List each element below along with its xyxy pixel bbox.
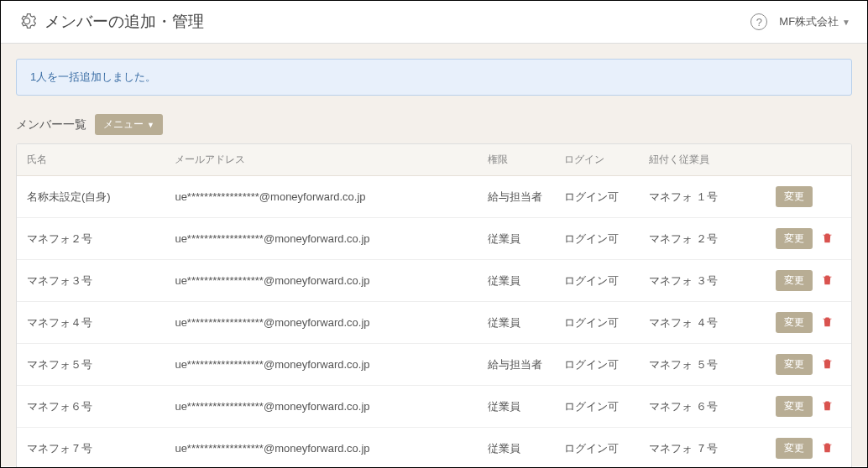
header-left: メンバーの追加・管理 xyxy=(18,11,204,33)
edit-button[interactable]: 変更 xyxy=(776,270,813,291)
col-header-role: 権限 xyxy=(478,144,554,176)
org-selector[interactable]: MF株式会社 ▼ xyxy=(779,14,850,29)
cell-login: ログイン可 xyxy=(554,260,639,302)
col-header-employee: 紐付く従業員 xyxy=(639,144,766,176)
cell-email: ue******************@moneyforward.co.jp xyxy=(165,218,478,260)
edit-button[interactable]: 変更 xyxy=(776,228,813,249)
cell-actions: 変更 xyxy=(766,428,851,469)
header-right: ? MF株式会社 ▼ xyxy=(750,13,850,30)
col-header-email: メールアドレス xyxy=(165,144,478,176)
members-table: 氏名 メールアドレス 権限 ログイン 紐付く従業員 名称未設定(自身)ue***… xyxy=(17,144,851,468)
cell-name: マネフォ２号 xyxy=(17,218,165,260)
trash-icon xyxy=(821,360,834,372)
col-header-name: 氏名 xyxy=(17,144,165,176)
section-header: メンバー一覧 メニュー ▼ xyxy=(16,114,852,135)
cell-actions: 変更 xyxy=(766,260,851,302)
cell-role: 給与担当者 xyxy=(478,344,554,386)
edit-button[interactable]: 変更 xyxy=(776,354,813,375)
menu-button[interactable]: メニュー ▼ xyxy=(95,114,163,135)
table-row: マネフォ６号ue******************@moneyforward.… xyxy=(17,386,851,428)
page-title: メンバーの追加・管理 xyxy=(44,11,204,33)
cell-role: 従業員 xyxy=(478,218,554,260)
delete-button[interactable] xyxy=(819,314,835,332)
cell-role: 従業員 xyxy=(478,386,554,428)
chevron-down-icon: ▼ xyxy=(147,121,154,129)
table-row: マネフォ７号ue******************@moneyforward.… xyxy=(17,428,851,469)
cell-employee: マネフォ ５号 xyxy=(639,344,766,386)
menu-button-label: メニュー xyxy=(103,117,144,132)
cell-email: ue*****************@moneyforward.co.jp xyxy=(165,176,478,218)
cell-employee: マネフォ ７号 xyxy=(639,428,766,469)
gear-icon xyxy=(18,12,36,33)
cell-employee: マネフォ ４号 xyxy=(639,302,766,344)
org-label: MF株式会社 xyxy=(779,14,839,29)
cell-role: 従業員 xyxy=(478,302,554,344)
table-row: 名称未設定(自身)ue*****************@moneyforwar… xyxy=(17,176,851,218)
cell-employee: マネフォ ６号 xyxy=(639,386,766,428)
table-header-row: 氏名 メールアドレス 権限 ログイン 紐付く従業員 xyxy=(17,144,851,176)
delete-button[interactable] xyxy=(819,398,835,416)
cell-employee: マネフォ １号 xyxy=(639,176,766,218)
delete-button[interactable] xyxy=(819,230,835,248)
cell-login: ログイン可 xyxy=(554,344,639,386)
cell-name: マネフォ３号 xyxy=(17,260,165,302)
edit-button[interactable]: 変更 xyxy=(776,186,813,207)
table-row: マネフォ５号ue******************@moneyforward.… xyxy=(17,344,851,386)
cell-employee: マネフォ ３号 xyxy=(639,260,766,302)
cell-login: ログイン可 xyxy=(554,302,639,344)
edit-button[interactable]: 変更 xyxy=(776,396,813,417)
cell-name: マネフォ４号 xyxy=(17,302,165,344)
cell-actions: 変更 xyxy=(766,218,851,260)
cell-role: 従業員 xyxy=(478,260,554,302)
trash-icon xyxy=(821,318,834,330)
cell-email: ue******************@moneyforward.co.jp xyxy=(165,386,478,428)
cell-name: 名称未設定(自身) xyxy=(17,176,165,218)
table-row: マネフォ２号ue******************@moneyforward.… xyxy=(17,218,851,260)
cell-name: マネフォ５号 xyxy=(17,344,165,386)
delete-button[interactable] xyxy=(819,272,835,290)
trash-icon xyxy=(821,402,834,414)
chevron-down-icon: ▼ xyxy=(842,18,850,27)
edit-button[interactable]: 変更 xyxy=(776,438,813,459)
col-header-login: ログイン xyxy=(554,144,639,176)
trash-icon xyxy=(821,234,834,247)
edit-button[interactable]: 変更 xyxy=(776,312,813,333)
alert-message: 1人を一括追加しました。 xyxy=(30,70,156,83)
cell-login: ログイン可 xyxy=(554,386,639,428)
content-area: 1人を一括追加しました。 メンバー一覧 メニュー ▼ 氏名 メールアドレス 権限… xyxy=(1,44,867,466)
page-header: メンバーの追加・管理 ? MF株式会社 ▼ xyxy=(1,1,867,44)
table-row: マネフォ４号ue******************@moneyforward.… xyxy=(17,302,851,344)
cell-login: ログイン可 xyxy=(554,218,639,260)
cell-role: 給与担当者 xyxy=(478,176,554,218)
members-table-wrap: 氏名 メールアドレス 権限 ログイン 紐付く従業員 名称未設定(自身)ue***… xyxy=(16,143,852,468)
delete-button[interactable] xyxy=(819,356,835,374)
col-header-actions xyxy=(766,144,851,176)
help-icon[interactable]: ? xyxy=(750,13,767,30)
cell-login: ログイン可 xyxy=(554,428,639,469)
cell-actions: 変更 xyxy=(766,176,851,218)
table-row: マネフォ３号ue******************@moneyforward.… xyxy=(17,260,851,302)
cell-role: 従業員 xyxy=(478,428,554,469)
cell-email: ue******************@moneyforward.co.jp xyxy=(165,344,478,386)
cell-email: ue******************@moneyforward.co.jp xyxy=(165,260,478,302)
cell-name: マネフォ６号 xyxy=(17,386,165,428)
delete-button[interactable] xyxy=(819,439,835,458)
cell-login: ログイン可 xyxy=(554,176,639,218)
cell-email: ue******************@moneyforward.co.jp xyxy=(165,302,478,344)
cell-email: ue******************@moneyforward.co.jp xyxy=(165,428,478,469)
section-title: メンバー一覧 xyxy=(16,117,86,133)
cell-name: マネフォ７号 xyxy=(17,428,165,469)
cell-actions: 変更 xyxy=(766,386,851,428)
alert-success: 1人を一括追加しました。 xyxy=(16,59,852,96)
trash-icon xyxy=(821,276,834,289)
cell-employee: マネフォ ２号 xyxy=(639,218,766,260)
cell-actions: 変更 xyxy=(766,344,851,386)
trash-icon xyxy=(821,444,834,456)
cell-actions: 変更 xyxy=(766,302,851,344)
